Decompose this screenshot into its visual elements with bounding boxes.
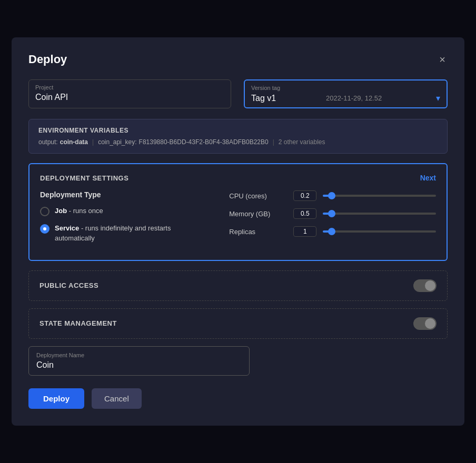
public-access-title: PUBLIC ACCESS [39, 281, 98, 289]
chevron-down-icon: ▾ [436, 93, 440, 103]
radio-service-circle [40, 224, 49, 234]
state-management-title: STATE MANAGEMENT [39, 319, 117, 327]
version-tag-value: Tag v1 [251, 94, 276, 103]
deployment-settings-title: DEPLOYMENT SETTINGS [40, 174, 128, 182]
deployment-name-field[interactable]: Deployment Name Coin [28, 346, 250, 376]
radio-job-label: Job - runs once [55, 206, 103, 216]
deployment-name-label: Deployment Name [36, 352, 242, 358]
replicas-label: Replicas [229, 228, 287, 236]
cpu-slider[interactable] [323, 195, 436, 197]
replicas-slider[interactable] [323, 230, 436, 233]
public-access-section: PUBLIC ACCESS [28, 270, 448, 301]
env-sep2: | [273, 138, 274, 146]
memory-value: 0.5 [293, 208, 316, 219]
sliders-section: CPU (cores) 0.2 Memory (GB) 0.5 Replicas… [229, 190, 436, 250]
modal-header: Deploy × [28, 52, 448, 67]
next-button[interactable]: Next [420, 174, 436, 182]
project-field: Project Coin API [28, 79, 231, 108]
section-header: DEPLOYMENT SETTINGS Next [40, 174, 436, 182]
env-output-value: coin-data [60, 138, 88, 146]
modal-overlay: Deploy × Project Coin API Version tag Ta… [0, 0, 476, 463]
deployment-type: Deployment Type Job - runs once Service … [40, 190, 212, 250]
memory-label: Memory (GB) [229, 210, 287, 218]
deployment-settings-section: DEPLOYMENT SETTINGS Next Deployment Type… [28, 163, 448, 260]
replicas-slider-row: Replicas 1 [229, 226, 436, 237]
memory-slider-row: Memory (GB) 0.5 [229, 208, 436, 219]
env-title: ENVIRONMENT VARIABLES [38, 127, 438, 134]
deploy-modal: Deploy × Project Coin API Version tag Ta… [12, 37, 464, 425]
close-button[interactable]: × [437, 52, 448, 67]
version-tag-field[interactable]: Version tag Tag v1 2022-11-29, 12.52 ▾ [244, 79, 448, 108]
radio-job[interactable]: Job - runs once [40, 206, 212, 216]
version-date: 2022-11-29, 12.52 [326, 94, 382, 102]
env-output-key: output: [38, 138, 58, 146]
deployment-type-title: Deployment Type [40, 190, 212, 199]
version-tag-inner: Tag v1 2022-11-29, 12.52 ▾ [251, 93, 440, 103]
action-buttons: Deploy Cancel [28, 388, 448, 409]
deploy-button[interactable]: Deploy [28, 388, 84, 409]
project-value: Coin API [35, 93, 224, 102]
project-label: Project [35, 84, 224, 90]
deployment-name-section: Deployment Name Coin [28, 346, 448, 376]
radio-job-circle [40, 207, 49, 216]
env-section: ENVIRONMENT VARIABLES output: coin-data … [28, 119, 448, 154]
cpu-label: CPU (cores) [229, 192, 287, 200]
env-sep1: | [92, 138, 94, 146]
state-management-section: STATE MANAGEMENT [28, 308, 448, 339]
top-row: Project Coin API Version tag Tag v1 2022… [28, 79, 448, 108]
modal-title: Deploy [28, 53, 67, 66]
state-management-toggle[interactable] [413, 317, 437, 330]
env-vars: output: coin-data | coin_api_key: F81398… [38, 138, 438, 146]
public-access-toggle[interactable] [413, 279, 437, 292]
cpu-slider-row: CPU (cores) 0.2 [229, 190, 436, 201]
env-api-key-value: F8139880-B6DD-43F2-B0F4-38ADFB0B22B0 [139, 138, 269, 146]
cpu-value: 0.2 [293, 190, 316, 201]
env-api-key-label: coin_api_key: [98, 138, 136, 146]
settings-content: Deployment Type Job - runs once Service … [40, 190, 436, 250]
radio-service-label: Service - runs indefinitely and restarts… [55, 224, 212, 243]
cancel-button[interactable]: Cancel [92, 388, 142, 409]
deployment-name-value: Coin [36, 360, 242, 370]
replicas-value: 1 [293, 226, 316, 237]
radio-service[interactable]: Service - runs indefinitely and restarts… [40, 224, 212, 243]
memory-slider[interactable] [323, 213, 436, 215]
env-other-vars: 2 other variables [279, 138, 325, 146]
version-tag-label: Version tag [251, 85, 440, 91]
